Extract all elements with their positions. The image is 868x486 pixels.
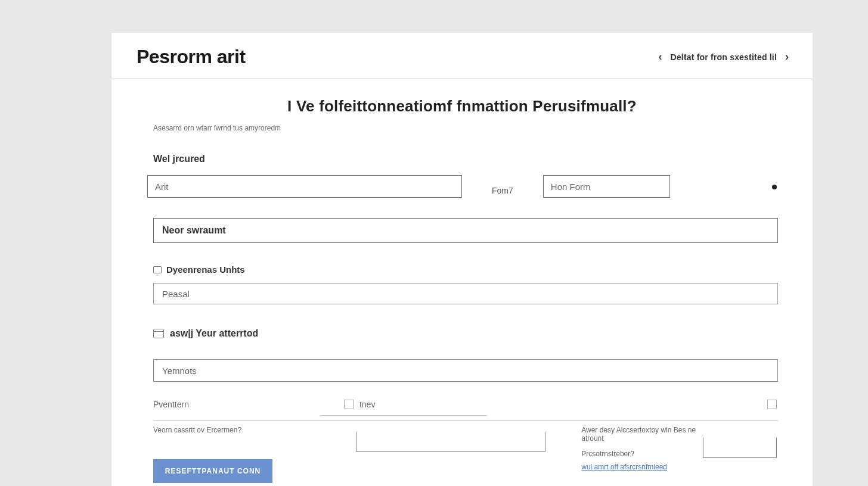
bottom-question-left: Veorn cassrtt ov Ercermen? [153, 426, 272, 434]
divider-full [153, 420, 778, 421]
chevron-left-icon[interactable]: ‹ [656, 49, 665, 64]
checkbox-right[interactable] [767, 400, 777, 409]
input-users[interactable] [153, 283, 778, 304]
submit-button[interactable]: RESEFTTPANAUT CONN [153, 459, 272, 483]
bottom-question-right2: Prcsotrnstreber? [581, 450, 702, 458]
label-users: Dyeenrenas Unhts [153, 264, 777, 275]
form-heading: I Ve folfeittonneatiomf fnmattion Perusi… [219, 97, 705, 116]
label-main: Wel jrcured [153, 154, 462, 164]
pager: ‹ Deltat for fron sxestited lil › [656, 49, 792, 64]
form-subtext: Asesarrd orn wtarr iwrnd tus amyroredm [153, 124, 777, 132]
check-mid-label: tnev [359, 400, 375, 409]
row-checks: Pventtern tnev [153, 400, 777, 409]
page-title: Pesrorm arit [137, 46, 246, 68]
bottom-left: Veorn cassrtt ov Ercermen? RESEFTTPANAUT… [153, 426, 272, 483]
bottom-question-right1: Awer desy Alccsertoxtoy win Bes ne atrou… [581, 426, 702, 443]
label-users-text: Dyeenrenas Unhts [166, 264, 245, 275]
chevron-right-icon[interactable]: › [783, 49, 791, 64]
input-bottom-mid[interactable] [356, 432, 545, 452]
bottom-link[interactable]: wul amrt off afsrcrsnfmieed [581, 463, 777, 471]
check-left: Pventtern [153, 400, 189, 409]
label-year-text: asw|j Yeur atterrtod [170, 328, 258, 339]
input-form[interactable] [543, 175, 670, 198]
field-main: Wel jrcured [147, 154, 462, 198]
input-bottom-right[interactable] [703, 438, 777, 458]
bullet-indicator [772, 185, 777, 189]
check-left-label: Pventtern [153, 400, 189, 409]
pager-label: Deltat for fron sxestited lil [671, 52, 777, 62]
label-form: Fom7 [492, 186, 513, 195]
divider-mid [320, 415, 487, 416]
label-year: asw|j Yeur atterrtod [153, 328, 777, 339]
row-name-form: Wel jrcured Fom7 [147, 154, 777, 198]
input-main[interactable] [147, 175, 462, 198]
check-right[interactable] [767, 400, 777, 409]
input-yemnots[interactable] [153, 359, 778, 382]
field-form: Fom7 [492, 186, 513, 198]
calendar-icon[interactable] [153, 329, 164, 338]
header: Pesrorm arit ‹ Deltat for fron sxestited… [111, 33, 813, 79]
field-form-input [543, 175, 670, 198]
content-area: I Ve folfeittonneatiomf fnmattion Perusi… [111, 79, 813, 486]
form-window: Pesrorm arit ‹ Deltat for fron sxestited… [111, 33, 813, 486]
checkbox-mid[interactable] [344, 400, 354, 409]
check-mid[interactable]: tnev [344, 400, 375, 409]
checkbox-icon[interactable] [153, 266, 162, 273]
bottom-right: Awer desy Alccsertoxtoy win Bes ne atrou… [581, 426, 777, 471]
bottom-row: Veorn cassrtt ov Ercermen? RESEFTTPANAUT… [153, 426, 777, 483]
input-neor[interactable] [153, 218, 778, 243]
